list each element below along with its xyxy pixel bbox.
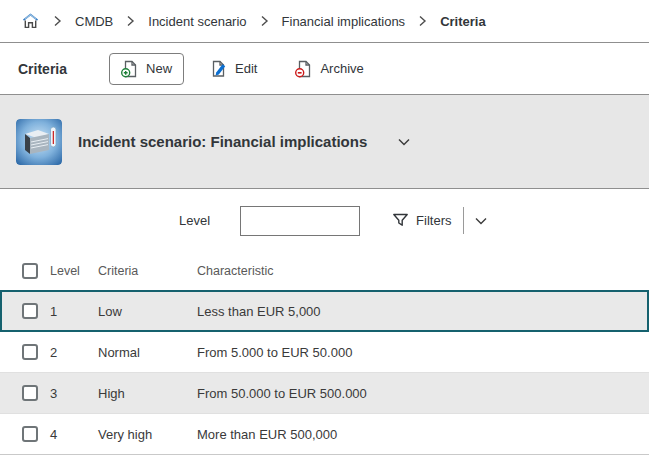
breadcrumb-item-criteria: Criteria	[440, 14, 486, 29]
document-add-icon	[121, 60, 139, 78]
record-chevron-down-icon[interactable]	[397, 137, 411, 147]
chevron-right-icon	[53, 15, 62, 27]
level-filter-input[interactable]	[240, 206, 360, 236]
criteria-table: Level Criteria Characteristic 1 Low Less…	[0, 252, 649, 455]
record-header: Incident scenario: Financial implication…	[0, 95, 649, 189]
filter-funnel-icon	[392, 212, 409, 229]
level-filter-label: Level	[179, 213, 210, 228]
list-toolbar: Criteria New Edit	[0, 43, 649, 95]
filters-divider	[463, 207, 464, 234]
cell-level: 4	[50, 427, 98, 442]
filters-group: Filters	[392, 207, 488, 234]
archive-button-label: Archive	[320, 61, 363, 76]
home-breadcrumb-link[interactable]	[21, 12, 40, 30]
list-title: Criteria	[18, 61, 67, 77]
filters-chevron-down-icon[interactable]	[474, 216, 488, 226]
row-checkbox[interactable]	[22, 344, 38, 360]
incident-scenario-app-icon	[16, 119, 62, 165]
chevron-right-icon	[418, 15, 427, 27]
filters-button-label: Filters	[416, 213, 451, 228]
document-archive-icon	[295, 60, 313, 78]
breadcrumb-item-financial-implications[interactable]: Financial implications	[282, 14, 406, 29]
new-button-label: New	[146, 61, 172, 76]
breadcrumb-item-cmdb[interactable]: CMDB	[75, 14, 113, 29]
column-header-criteria: Criteria	[98, 264, 197, 278]
select-all-checkbox[interactable]	[22, 263, 38, 279]
home-icon	[21, 12, 40, 30]
table-row[interactable]: 1 Low Less than EUR 5,000	[0, 290, 649, 332]
cell-criteria: Very high	[98, 427, 197, 442]
row-checkbox[interactable]	[22, 303, 38, 319]
chevron-right-icon	[126, 15, 135, 27]
filters-button[interactable]: Filters	[392, 212, 451, 229]
edit-button[interactable]: Edit	[198, 53, 269, 85]
archive-button[interactable]: Archive	[283, 53, 375, 85]
chevron-right-icon	[260, 15, 269, 27]
cell-characteristic: Less than EUR 5,000	[197, 304, 647, 319]
breadcrumb: CMDB Incident scenario Financial implica…	[0, 0, 649, 43]
cell-level: 3	[50, 386, 98, 401]
cell-criteria: Low	[98, 304, 197, 319]
table-row[interactable]: 4 Very high More than EUR 500,000	[0, 414, 649, 455]
cell-criteria: Normal	[98, 345, 197, 360]
cell-characteristic: More than EUR 500,000	[197, 427, 649, 442]
column-header-level: Level	[50, 264, 98, 278]
new-button[interactable]: New	[109, 53, 184, 85]
document-edit-icon	[210, 60, 228, 78]
table-header-row: Level Criteria Characteristic	[0, 252, 649, 290]
cell-level: 2	[50, 345, 98, 360]
breadcrumb-item-incident-scenario[interactable]: Incident scenario	[148, 14, 246, 29]
column-header-characteristic: Characteristic	[197, 264, 649, 278]
filter-bar: Level Filters	[0, 189, 649, 252]
row-checkbox[interactable]	[22, 385, 38, 401]
record-title: Incident scenario: Financial implication…	[78, 133, 367, 150]
table-row[interactable]: 3 High From 50.000 to EUR 500.000	[0, 373, 649, 414]
row-checkbox[interactable]	[22, 426, 38, 442]
edit-button-label: Edit	[235, 61, 257, 76]
cell-criteria: High	[98, 386, 197, 401]
cell-characteristic: From 50.000 to EUR 500.000	[197, 386, 649, 401]
cell-characteristic: From 5.000 to EUR 50.000	[197, 345, 649, 360]
table-row[interactable]: 2 Normal From 5.000 to EUR 50.000	[0, 332, 649, 373]
cell-level: 1	[50, 304, 98, 319]
